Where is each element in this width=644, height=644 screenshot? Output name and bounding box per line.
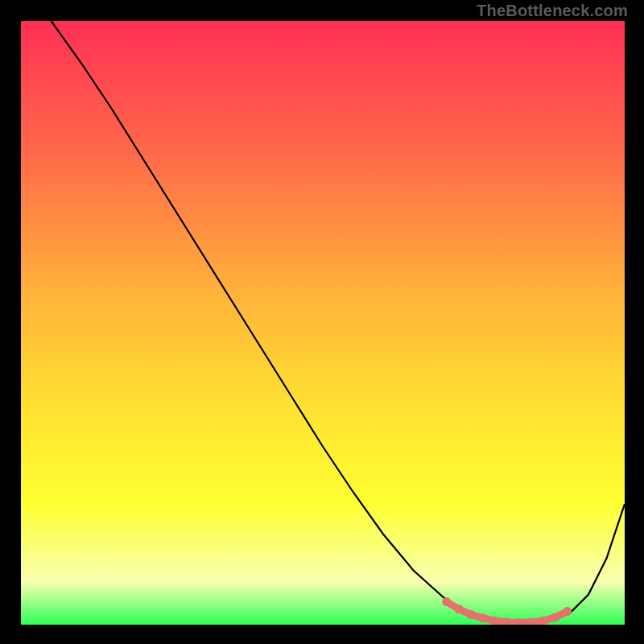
bottleneck-chart [21,21,625,625]
optimal-marker-dot [442,597,451,606]
optimal-marker-dot [466,610,475,619]
chart-container: TheBottleneck.com [0,0,644,644]
gradient-background [21,21,625,625]
attribution-label: TheBottleneck.com [477,2,628,20]
plot-area [21,21,625,625]
optimal-marker-dot [551,613,559,622]
optimal-marker-dot [563,607,572,616]
optimal-marker-dot [454,605,463,613]
optimal-marker-dot [478,613,487,622]
